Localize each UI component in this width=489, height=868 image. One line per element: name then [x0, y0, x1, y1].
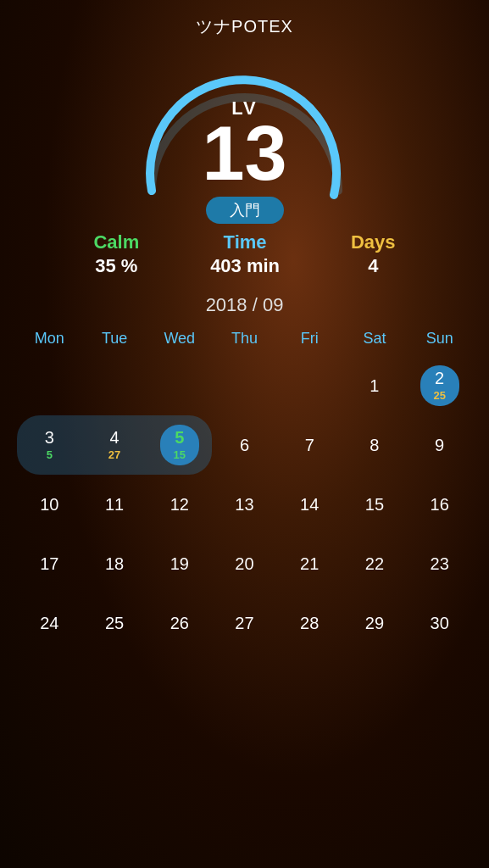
- cal-cell[interactable]: 24: [17, 593, 82, 653]
- cal-cell: [147, 356, 212, 415]
- day-header-mon: Mon: [17, 330, 82, 356]
- cal-cell: [17, 356, 82, 415]
- rank-badge: 入門: [206, 197, 284, 224]
- cal-cell[interactable]: 6: [212, 415, 277, 475]
- cal-cell[interactable]: 18: [82, 534, 147, 593]
- cal-cell[interactable]: 16: [407, 475, 472, 534]
- stat-days: Days 4: [351, 231, 396, 277]
- cal-cell[interactable]: 11: [82, 475, 147, 534]
- stat-calm: Calm 35 %: [93, 231, 139, 277]
- stats-row: Calm 35 % Time 403 min Days 4: [33, 231, 457, 277]
- cal-cell[interactable]: 19: [147, 534, 212, 593]
- cal-cell[interactable]: 29: [342, 593, 408, 653]
- cal-cell[interactable]: 10: [17, 475, 82, 534]
- cal-cell[interactable]: 15: [342, 475, 408, 534]
- cal-cell[interactable]: 28: [277, 593, 342, 653]
- day-header-wed: Wed: [147, 330, 212, 356]
- time-value: 403 min: [210, 255, 280, 277]
- cal-cell[interactable]: 13: [212, 475, 277, 534]
- gauge-container: LV 13 入門: [126, 47, 364, 216]
- cal-cell[interactable]: 1: [342, 356, 408, 415]
- cal-cell[interactable]: 26: [147, 593, 212, 653]
- cal-cell[interactable]: 515: [147, 415, 212, 475]
- cal-cell[interactable]: 225: [407, 356, 472, 415]
- cal-cell[interactable]: 427: [82, 415, 147, 475]
- cal-cell: [212, 356, 277, 415]
- calm-label: Calm: [93, 231, 139, 253]
- cal-cell[interactable]: 23: [407, 534, 472, 593]
- cal-cell: [82, 356, 147, 415]
- gauge-center: LV 13 入門: [126, 72, 364, 224]
- calm-value: 35 %: [95, 255, 137, 277]
- cal-cell[interactable]: 20: [212, 534, 277, 593]
- cal-cell[interactable]: 12: [147, 475, 212, 534]
- day-header-sat: Sat: [342, 330, 408, 356]
- days-value: 4: [368, 255, 378, 277]
- calendar-month: 2018 / 09: [17, 294, 472, 316]
- cal-cell: [277, 356, 342, 415]
- cal-cell[interactable]: 30: [407, 593, 472, 653]
- cal-cell[interactable]: 27: [212, 593, 277, 653]
- day-header-thu: Thu: [212, 330, 277, 356]
- day-header-tue: Tue: [82, 330, 147, 356]
- stat-time: Time 403 min: [210, 231, 280, 277]
- cal-cell[interactable]: 9: [407, 415, 472, 475]
- cal-cell[interactable]: 22: [342, 534, 408, 593]
- day-header-sun: Sun: [407, 330, 472, 356]
- cal-cell[interactable]: 21: [277, 534, 342, 593]
- lv-number: 13: [202, 115, 286, 192]
- cal-cell[interactable]: 7: [277, 415, 342, 475]
- days-label: Days: [351, 231, 396, 253]
- cal-cell[interactable]: 17: [17, 534, 82, 593]
- time-label: Time: [224, 231, 267, 253]
- app-title: ツナPOTEX: [196, 15, 293, 38]
- cal-cell[interactable]: 25: [82, 593, 147, 653]
- cal-cell[interactable]: 8: [342, 415, 408, 475]
- cal-cell[interactable]: 14: [277, 475, 342, 534]
- cal-cell[interactable]: 35: [17, 415, 82, 475]
- calendar-section: 2018 / 09 MonTueWedThuFriSatSun122535427…: [0, 294, 489, 653]
- day-header-fri: Fri: [277, 330, 342, 356]
- calendar-grid: MonTueWedThuFriSatSun1225354275156789101…: [17, 330, 472, 653]
